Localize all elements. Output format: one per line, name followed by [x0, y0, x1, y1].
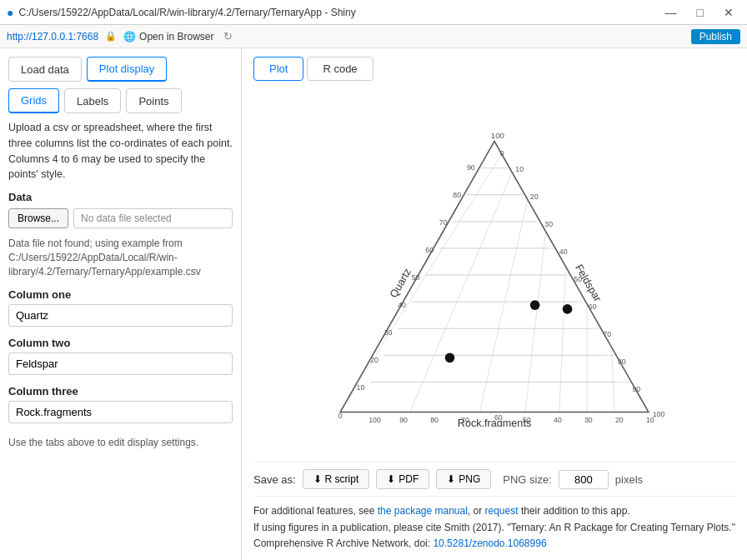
data-info-text: Data file not found; using example from … [8, 237, 233, 278]
svg-text:80: 80 [453, 190, 461, 198]
svg-line-25 [340, 141, 402, 274]
svg-line-17 [602, 141, 648, 246]
svg-text:90: 90 [467, 162, 475, 171]
col1-input[interactable] [8, 304, 233, 327]
svg-text:70: 70 [439, 218, 448, 226]
png-download-icon: ⬇ [447, 473, 455, 485]
lock-icon: 🔒 [105, 31, 117, 42]
browse-button[interactable]: Browse... [8, 208, 68, 228]
svg-text:100: 100 [491, 130, 505, 139]
save-rscript-button[interactable]: ⬇ R script [303, 469, 370, 489]
svg-text:10: 10 [515, 164, 524, 172]
save-pdf-button[interactable]: ⬇ PDF [376, 469, 429, 489]
svg-text:60: 60 [425, 246, 434, 254]
svg-text:90: 90 [632, 385, 640, 393]
svg-text:0: 0 [338, 412, 343, 420]
svg-text:30: 30 [584, 416, 593, 424]
request-link[interactable]: request [485, 505, 519, 517]
svg-text:90: 90 [399, 416, 408, 424]
package-manual-link[interactable]: the package manual [378, 505, 468, 517]
labels-button[interactable]: Labels [64, 88, 121, 113]
svg-text:80: 80 [430, 416, 439, 424]
col2-label: Column two [8, 337, 233, 349]
svg-text:50: 50 [574, 275, 582, 283]
pdf-download-icon: ⬇ [387, 473, 395, 485]
svg-text:40: 40 [559, 247, 568, 255]
second-button-row: Grids Labels Points [8, 88, 233, 113]
svg-text:50: 50 [523, 416, 531, 424]
data-point-3 [563, 304, 573, 314]
save-bar: Save as: ⬇ R script ⬇ PDF ⬇ PNG PNG size… [253, 462, 735, 496]
data-section-label: Data [8, 191, 233, 203]
data-point-2 [530, 300, 540, 310]
svg-text:100: 100 [368, 416, 381, 424]
download-icon: ⬇ [313, 473, 322, 485]
close-button[interactable]: ✕ [717, 6, 740, 19]
app-icon: ● [7, 6, 13, 19]
svg-line-27 [340, 141, 371, 218]
plot-area: Quartz Feldspar Rock.fragments 100 0 90 … [253, 91, 735, 462]
svg-text:30: 30 [384, 328, 393, 337]
address-bar: http://127.0.0.1:7668 🔒 🌐 Open in Browse… [0, 25, 747, 48]
url-display: http://127.0.0.1:7668 [7, 31, 98, 42]
plot-display-button[interactable]: Plot display [87, 57, 167, 82]
main-content: Plot R code [242, 48, 747, 560]
app-container: Load data Plot display Grids Labels Poin… [0, 48, 747, 560]
window-title: C:/Users/15922/AppData/Local/R/win-libra… [18, 7, 355, 18]
points-button[interactable]: Points [126, 88, 181, 113]
svg-line-28 [340, 141, 355, 191]
col2-input[interactable] [8, 352, 233, 375]
title-bar: ● C:/Users/15922/AppData/Local/R/win-lib… [0, 0, 747, 25]
publish-button[interactable]: Publish [691, 29, 740, 44]
pixels-label: pixels [615, 473, 643, 486]
refresh-icon[interactable]: ↻ [223, 30, 233, 42]
info-footer: For additional features, see the package… [253, 496, 735, 552]
load-data-button[interactable]: Load data [8, 57, 82, 82]
svg-text:100: 100 [653, 410, 665, 418]
browser-icon: 🌐 [123, 31, 136, 42]
col1-label: Column one [8, 288, 233, 301]
title-bar-left: ● C:/Users/15922/AppData/Local/R/win-lib… [7, 6, 356, 19]
svg-text:40: 40 [554, 416, 562, 424]
ternary-plot: Quartz Feldspar Rock.fragments 100 0 90 … [311, 127, 678, 427]
svg-line-26 [340, 141, 386, 246]
data-point-1 [445, 352, 455, 362]
svg-text:20: 20 [530, 192, 539, 200]
svg-text:10: 10 [646, 416, 654, 424]
svg-text:20: 20 [370, 356, 379, 364]
open-browser-button[interactable]: 🌐 Open in Browser [123, 31, 213, 42]
svg-line-19 [633, 141, 648, 191]
png-size-input[interactable] [559, 470, 609, 489]
svg-line-16 [587, 141, 649, 274]
svg-text:60: 60 [589, 302, 597, 311]
save-png-button[interactable]: ⬇ PNG [436, 469, 491, 489]
svg-text:40: 40 [398, 301, 406, 309]
grids-button[interactable]: Grids [8, 88, 59, 113]
svg-line-18 [618, 141, 649, 218]
svg-text:60: 60 [494, 413, 503, 422]
svg-text:20: 20 [615, 416, 624, 424]
window-controls: — □ ✕ [659, 6, 740, 19]
top-button-row: Load data Plot display [8, 57, 233, 82]
svg-marker-1 [340, 141, 649, 412]
svg-text:30: 30 [544, 219, 553, 228]
content-tab-row: Plot R code [253, 57, 735, 81]
maximize-button[interactable]: □ [690, 6, 710, 19]
sidebar: Load data Plot display Grids Labels Poin… [0, 48, 242, 560]
tab-rcode[interactable]: R code [307, 57, 373, 81]
svg-text:80: 80 [618, 358, 626, 366]
svg-text:10: 10 [357, 383, 365, 392]
sidebar-footer-note: Use the tabs above to edit display setti… [8, 437, 233, 448]
minimize-button[interactable]: — [659, 6, 684, 19]
file-name-label: No data file selected [73, 208, 233, 228]
svg-text:70: 70 [603, 330, 611, 338]
doi-link[interactable]: 10.5281/zenodo.1068996 [433, 538, 546, 549]
svg-text:50: 50 [412, 273, 420, 282]
tab-plot[interactable]: Plot [253, 57, 303, 81]
file-input-row: Browse... No data file selected [8, 208, 233, 228]
col3-input[interactable] [8, 401, 233, 423]
png-size-label: PNG size: [503, 473, 552, 486]
svg-text:0: 0 [500, 149, 504, 158]
upload-description: Upload a csv or spreadsheet, where the f… [8, 120, 233, 182]
svg-text:70: 70 [461, 416, 469, 424]
